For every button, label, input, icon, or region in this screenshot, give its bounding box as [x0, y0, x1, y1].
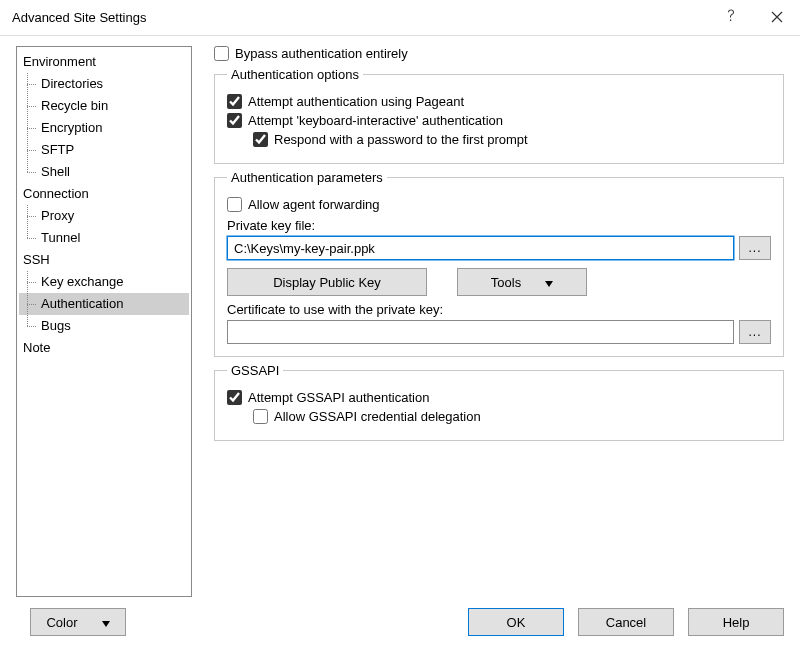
- pageant-label: Attempt authentication using Pageant: [248, 94, 464, 109]
- help-label: Help: [723, 615, 750, 630]
- tree-item-sftp[interactable]: SFTP: [19, 139, 189, 161]
- auth-options-legend: Authentication options: [227, 67, 363, 82]
- ellipsis-icon: ...: [748, 241, 761, 255]
- display-public-key-label: Display Public Key: [273, 275, 381, 290]
- pageant-checkbox[interactable]: [227, 94, 242, 109]
- gssapi-attempt-label: Attempt GSSAPI authentication: [248, 390, 429, 405]
- cancel-button[interactable]: Cancel: [578, 608, 674, 636]
- gssapi-group: GSSAPI Attempt GSSAPI authentication All…: [214, 363, 784, 441]
- ok-label: OK: [507, 615, 526, 630]
- certificate-input[interactable]: [227, 320, 734, 344]
- tree-item-bugs[interactable]: Bugs: [19, 315, 189, 337]
- gssapi-attempt-checkbox[interactable]: [227, 390, 242, 405]
- certificate-label: Certificate to use with the private key:: [227, 302, 771, 317]
- tree-item-shell[interactable]: Shell: [19, 161, 189, 183]
- agent-fwd-label: Allow agent forwarding: [248, 197, 380, 212]
- gssapi-legend: GSSAPI: [227, 363, 283, 378]
- private-key-input[interactable]: [227, 236, 734, 260]
- tree-item-note[interactable]: Note: [19, 337, 189, 359]
- agent-fwd-checkbox[interactable]: [227, 197, 242, 212]
- titlebar: Advanced Site Settings: [0, 0, 800, 36]
- bypass-auth-label: Bypass authentication entirely: [235, 46, 408, 61]
- gssapi-deleg-label: Allow GSSAPI credential delegation: [274, 409, 481, 424]
- tree-item-tunnel[interactable]: Tunnel: [19, 227, 189, 249]
- content-panel: Bypass authentication entirely Authentic…: [214, 46, 784, 597]
- tree-item-authentication[interactable]: Authentication: [19, 293, 189, 315]
- gssapi-deleg-row[interactable]: Allow GSSAPI credential delegation: [253, 409, 771, 424]
- client-area: Environment Directories Recycle bin Encr…: [0, 36, 800, 603]
- nav-tree[interactable]: Environment Directories Recycle bin Encr…: [16, 46, 192, 597]
- tools-button[interactable]: Tools: [457, 268, 587, 296]
- ki-label: Attempt 'keyboard-interactive' authentic…: [248, 113, 503, 128]
- bypass-auth-checkbox-row[interactable]: Bypass authentication entirely: [214, 46, 784, 61]
- tree-item-recycle-bin[interactable]: Recycle bin: [19, 95, 189, 117]
- private-key-browse-button[interactable]: ...: [739, 236, 771, 260]
- window-title: Advanced Site Settings: [12, 10, 708, 25]
- tree-item-directories[interactable]: Directories: [19, 73, 189, 95]
- color-button[interactable]: Color: [30, 608, 126, 636]
- auth-params-legend: Authentication parameters: [227, 170, 387, 185]
- auth-params-group: Authentication parameters Allow agent fo…: [214, 170, 784, 357]
- close-button[interactable]: [754, 0, 800, 36]
- private-key-label: Private key file:: [227, 218, 771, 233]
- respond-checkbox[interactable]: [253, 132, 268, 147]
- dialog-window: Advanced Site Settings Environment Direc…: [0, 0, 800, 653]
- certificate-browse-button[interactable]: ...: [739, 320, 771, 344]
- tree-item-environment[interactable]: Environment: [19, 51, 189, 73]
- tools-label: Tools: [491, 275, 521, 290]
- respond-row[interactable]: Respond with a password to the first pro…: [253, 132, 771, 147]
- chevron-down-icon: [533, 275, 553, 290]
- tree-item-encryption[interactable]: Encryption: [19, 117, 189, 139]
- color-label: Color: [46, 615, 77, 630]
- display-public-key-button[interactable]: Display Public Key: [227, 268, 427, 296]
- tree-item-key-exchange[interactable]: Key exchange: [19, 271, 189, 293]
- agent-fwd-row[interactable]: Allow agent forwarding: [227, 197, 771, 212]
- auth-options-group: Authentication options Attempt authentic…: [214, 67, 784, 164]
- pageant-row[interactable]: Attempt authentication using Pageant: [227, 94, 771, 109]
- bypass-auth-checkbox[interactable]: [214, 46, 229, 61]
- ok-button[interactable]: OK: [468, 608, 564, 636]
- question-mark-icon: [726, 9, 736, 26]
- chevron-down-icon: [90, 615, 110, 630]
- footer: Color OK Cancel Help: [0, 603, 800, 653]
- help-titlebar-button[interactable]: [708, 0, 754, 36]
- close-icon: [771, 10, 783, 26]
- ellipsis-icon: ...: [748, 325, 761, 339]
- respond-label: Respond with a password to the first pro…: [274, 132, 528, 147]
- ki-row[interactable]: Attempt 'keyboard-interactive' authentic…: [227, 113, 771, 128]
- gssapi-attempt-row[interactable]: Attempt GSSAPI authentication: [227, 390, 771, 405]
- help-button[interactable]: Help: [688, 608, 784, 636]
- tree-item-connection[interactable]: Connection: [19, 183, 189, 205]
- gssapi-deleg-checkbox[interactable]: [253, 409, 268, 424]
- tree-item-ssh[interactable]: SSH: [19, 249, 189, 271]
- tree-item-proxy[interactable]: Proxy: [19, 205, 189, 227]
- cancel-label: Cancel: [606, 615, 646, 630]
- ki-checkbox[interactable]: [227, 113, 242, 128]
